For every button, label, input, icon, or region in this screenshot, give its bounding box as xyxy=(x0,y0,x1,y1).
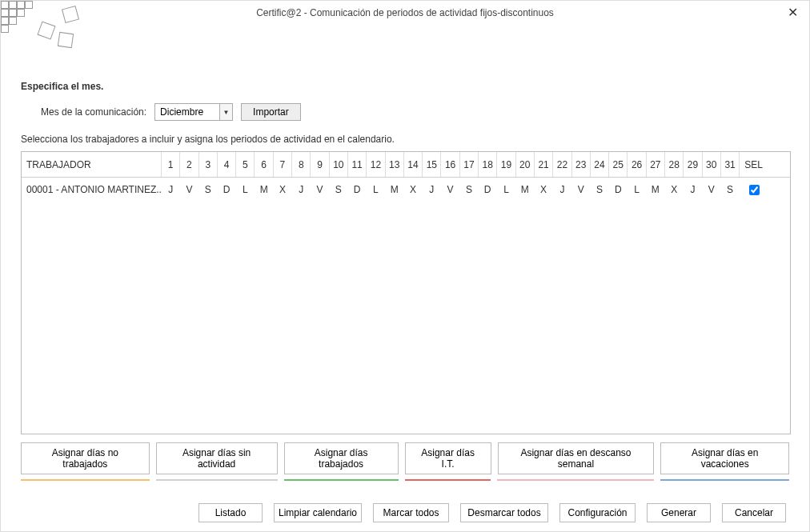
col-day: 30 xyxy=(703,152,721,177)
legend-gray xyxy=(156,479,278,481)
day-cell[interactable]: V xyxy=(180,178,198,202)
col-day: 24 xyxy=(591,152,609,177)
assign-row: Asignar días no trabajados Asignar días … xyxy=(21,442,789,474)
desmarcar-button[interactable]: Desmarcar todos xyxy=(460,503,548,522)
generar-button[interactable]: Generar xyxy=(647,503,711,522)
day-cell[interactable]: X xyxy=(274,178,292,202)
col-day: 7 xyxy=(274,152,292,177)
col-day: 3 xyxy=(199,152,218,177)
day-cell[interactable]: D xyxy=(609,178,628,202)
col-day: 27 xyxy=(647,152,665,177)
window-title: Certific@2 - Comunicación de periodos de… xyxy=(256,7,554,18)
limpiar-button[interactable]: Limpiar calendario xyxy=(274,503,362,522)
assign-trabajados-button[interactable]: Asignar días trabajados xyxy=(284,442,399,474)
day-cell[interactable]: V xyxy=(311,178,329,202)
day-cell[interactable]: M xyxy=(647,178,665,202)
month-input[interactable] xyxy=(155,104,219,120)
col-day: 16 xyxy=(441,152,459,177)
legend-orange xyxy=(21,479,150,481)
import-button[interactable]: Importar xyxy=(241,103,301,121)
assign-it-button[interactable]: Asignar días I.T. xyxy=(405,442,491,474)
day-cell[interactable]: X xyxy=(535,178,553,202)
day-cell[interactable]: X xyxy=(665,178,684,202)
col-day: 28 xyxy=(665,152,684,177)
day-cell[interactable]: J xyxy=(292,178,311,202)
day-cell[interactable]: S xyxy=(460,178,479,202)
legend-blue xyxy=(660,479,789,481)
day-cell[interactable]: J xyxy=(423,178,441,202)
col-day: 21 xyxy=(535,152,553,177)
col-day: 6 xyxy=(255,152,273,177)
col-day: 25 xyxy=(609,152,628,177)
sel-cell xyxy=(740,178,768,202)
cancelar-button[interactable]: Cancelar xyxy=(722,503,786,522)
day-cell[interactable]: J xyxy=(162,178,180,202)
month-label: Mes de la comunicación: xyxy=(41,106,146,118)
close-icon[interactable]: ✕ xyxy=(783,5,803,20)
col-day: 22 xyxy=(553,152,571,177)
month-row: Mes de la comunicación: ▼ Importar xyxy=(21,103,789,121)
assign-descanso-button[interactable]: Asignar días en descanso semanal xyxy=(498,442,655,474)
day-cell[interactable]: L xyxy=(236,178,255,202)
col-day: 26 xyxy=(628,152,646,177)
table-body[interactable]: 00001 - ANTONIO MARTINEZ... J V S D L M … xyxy=(22,178,790,434)
col-day: 14 xyxy=(404,152,423,177)
day-cell[interactable]: V xyxy=(441,178,459,202)
col-day: 18 xyxy=(479,152,497,177)
col-day: 4 xyxy=(218,152,236,177)
col-day: 5 xyxy=(236,152,255,177)
col-worker: TRABAJADOR xyxy=(22,152,162,177)
table-row[interactable]: 00001 - ANTONIO MARTINEZ... J V S D L M … xyxy=(22,178,790,202)
day-cell[interactable]: V xyxy=(572,178,591,202)
col-day: 11 xyxy=(348,152,367,177)
day-cell[interactable]: X xyxy=(404,178,423,202)
legend-green xyxy=(284,479,399,481)
listado-button[interactable]: Listado xyxy=(198,503,263,522)
row-select-checkbox[interactable] xyxy=(749,185,760,195)
marcar-button[interactable]: Marcar todos xyxy=(373,503,449,522)
instruction-label: Selecciona los trabajadores a incluir y … xyxy=(21,134,789,145)
legend-pink xyxy=(497,479,654,481)
assign-vacaciones-button[interactable]: Asignar días en vacaciones xyxy=(660,442,789,474)
day-cell[interactable]: D xyxy=(218,178,236,202)
day-cell[interactable]: S xyxy=(330,178,348,202)
assign-sin-actividad-button[interactable]: Asignar días sin actividad xyxy=(156,442,278,474)
titlebar: Certific@2 - Comunicación de periodos de… xyxy=(1,1,809,25)
month-select[interactable]: ▼ xyxy=(154,103,233,121)
specify-month-label: Especifica el mes. xyxy=(21,81,789,92)
day-cell[interactable]: S xyxy=(199,178,218,202)
col-day: 20 xyxy=(516,152,535,177)
legend-red xyxy=(405,479,491,481)
col-day: 1 xyxy=(162,152,180,177)
window: Certific@2 - Comunicación de periodos de… xyxy=(0,0,810,532)
col-sel: SEL xyxy=(740,152,768,177)
day-cell[interactable]: L xyxy=(367,178,385,202)
chevron-down-icon[interactable]: ▼ xyxy=(219,104,232,120)
day-cell[interactable]: D xyxy=(479,178,497,202)
day-cell[interactable]: M xyxy=(255,178,273,202)
col-day: 8 xyxy=(292,152,311,177)
day-cell[interactable]: L xyxy=(628,178,646,202)
app-logo xyxy=(1,1,89,53)
day-cell[interactable]: J xyxy=(684,178,702,202)
table-header: TRABAJADOR 1 2 3 4 5 6 7 8 9 10 11 12 13… xyxy=(22,152,790,178)
day-cell[interactable]: M xyxy=(516,178,535,202)
day-cell[interactable]: J xyxy=(553,178,571,202)
col-day: 19 xyxy=(497,152,515,177)
day-cell[interactable]: S xyxy=(591,178,609,202)
config-button[interactable]: Configuración xyxy=(559,503,636,522)
assign-no-trabajados-button[interactable]: Asignar días no trabajados xyxy=(21,442,150,474)
col-day: 13 xyxy=(386,152,404,177)
col-day: 12 xyxy=(367,152,385,177)
col-day: 23 xyxy=(572,152,591,177)
day-cell[interactable]: M xyxy=(386,178,404,202)
day-cell[interactable]: S xyxy=(721,178,740,202)
col-day: 31 xyxy=(721,152,740,177)
content: Especifica el mes. Mes de la comunicació… xyxy=(1,25,809,532)
day-cell[interactable]: L xyxy=(497,178,515,202)
day-cell[interactable]: V xyxy=(703,178,721,202)
day-cell[interactable]: D xyxy=(348,178,367,202)
bottom-button-row: Listado Limpiar calendario Marcar todos … xyxy=(21,503,789,522)
worker-cell[interactable]: 00001 - ANTONIO MARTINEZ... xyxy=(22,178,162,202)
col-day: 15 xyxy=(423,152,441,177)
